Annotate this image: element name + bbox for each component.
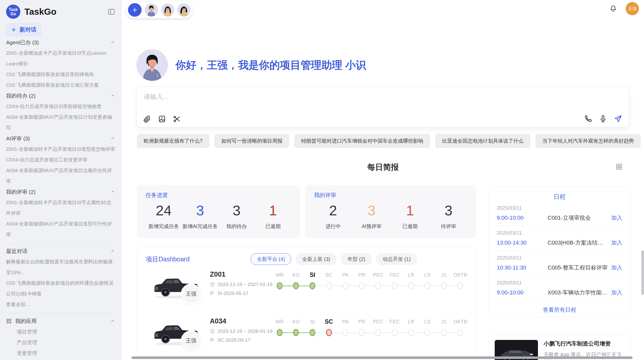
- assistant-avatar: [136, 49, 168, 81]
- chevron-up-icon[interactable]: [110, 249, 115, 254]
- plus-icon: [11, 27, 17, 33]
- suggestion-chip[interactable]: 如何写一份清晰的项目周报: [214, 134, 289, 148]
- schedule-card: 日程 2025/03/11 9:00-10:00 C001-立项审批会 加入 2…: [489, 187, 630, 317]
- image-icon[interactable]: [158, 115, 166, 123]
- list-item[interactable]: A034-全新新能源MUV产品开发项目计划变更表编写: [6, 112, 115, 133]
- join-link[interactable]: 加入: [611, 239, 622, 247]
- section-agent-done[interactable]: Agent已办 (3): [6, 37, 115, 48]
- avatar[interactable]: [161, 3, 174, 17]
- avatar[interactable]: [177, 3, 191, 17]
- schedule-title: 日程: [497, 193, 622, 201]
- schedule-time: 10:30-11:30: [497, 264, 548, 271]
- scissors-icon[interactable]: [173, 115, 181, 123]
- news-title: 小鹏飞行汽车制造公司增资: [544, 340, 624, 348]
- card-title: 我的评审: [314, 191, 468, 199]
- logo-text-top: Task: [9, 7, 18, 12]
- suggestion-chip[interactable]: 比亚迪全固态电池计划具体说了什么: [435, 134, 530, 148]
- sidebar-item-product-mgmt[interactable]: 产品管理: [6, 337, 115, 348]
- join-link[interactable]: 加入: [611, 289, 622, 296]
- sidebar-item-my-apps[interactable]: 我的应用: [6, 316, 115, 326]
- clock-icon: [210, 282, 215, 287]
- list-item[interactable]: A034-全新新能源MUV产品开发项目法规符合性评审: [6, 165, 115, 187]
- owner-badge: 王强: [181, 284, 201, 304]
- list-item[interactable]: 公司Q3轻卡销量: [6, 289, 115, 299]
- clock-icon: [210, 329, 215, 334]
- new-chat-button[interactable]: 新对话: [6, 23, 41, 36]
- suggestion-chips: 欧洲新规最近颁布了什么? 如何写一份清晰的项目周报 特朗普可能对进口汽车增税会对…: [137, 134, 630, 148]
- suggestion-chip[interactable]: 欧洲新规最近颁布了什么?: [137, 134, 209, 148]
- filter-pill[interactable]: 全新上装 (3): [296, 253, 336, 265]
- app-logo: Task Go: [6, 5, 20, 19]
- stat-pending-review: 3待评审: [429, 202, 468, 230]
- composer: [136, 87, 629, 127]
- milestone-timeline: MRKOSISCPAPRPECFECLRLSJ1OKTB: [271, 318, 469, 339]
- list-item[interactable]: C0X4-动力总成开发项目SI里程碑提交物检查: [6, 101, 115, 112]
- list-item[interactable]: Z001-全新燃油皮卡产品开发项目SI节点Lesson Learn报告: [6, 48, 115, 69]
- join-link[interactable]: 加入: [611, 264, 622, 272]
- chevron-up-icon[interactable]: [110, 136, 115, 141]
- layout-grid-icon[interactable]: [616, 163, 623, 170]
- stat-in-progress: 2进行中: [314, 202, 352, 230]
- divider: [6, 243, 115, 243]
- topbar-right: 王强: [609, 2, 639, 15]
- section-recent-chats[interactable]: 最近对话: [6, 246, 115, 257]
- schedule-date: 2025/03/11: [497, 255, 622, 261]
- avatar[interactable]: [145, 3, 158, 17]
- view-all-apps[interactable]: 查看全部...: [6, 358, 115, 360]
- user-avatar[interactable]: 王强: [626, 2, 639, 15]
- sidebar-item-project-mgmt[interactable]: 项目管理: [6, 326, 115, 337]
- new-chat-label: 新对话: [20, 26, 36, 34]
- sidebar-collapse-icon[interactable]: [108, 8, 115, 16]
- greeting-text: 你好，王强，我是你的项目管理助理 小识: [175, 58, 366, 72]
- milestone-timeline: MRKOSISCPAPRPECFECLRLSJ1OKTB: [271, 271, 469, 292]
- section-my-review[interactable]: 我的评审 (2): [6, 187, 115, 197]
- notification-bell-icon[interactable]: [609, 5, 617, 12]
- project-row[interactable]: 王强 Z001 2023-12-19 ~ 2027-01-19 SI-2025-…: [137, 269, 476, 312]
- list-item[interactable]: C02-飞腾新能源轻客改款项目里程碑画布: [6, 69, 115, 80]
- chevron-up-icon[interactable]: [110, 40, 115, 45]
- chevron-up-icon[interactable]: [110, 93, 115, 98]
- suggestion-chip[interactable]: 当下年轻人对汽车外观有怎样的喜好趋势: [535, 134, 641, 148]
- attachment-icon[interactable]: [143, 115, 151, 123]
- view-all-recent[interactable]: 查看全部...: [6, 299, 115, 310]
- chat-input[interactable]: [143, 92, 622, 109]
- schedule-date: 2025/03/11: [497, 205, 622, 211]
- section-ai-review[interactable]: AI评审 (3): [6, 133, 115, 144]
- send-icon[interactable]: [614, 114, 622, 123]
- microphone-icon[interactable]: [599, 115, 607, 123]
- divider: [6, 313, 115, 313]
- list-item[interactable]: A034-全新新能源MUV产品开发项目造型可行性评审: [6, 219, 115, 240]
- list-item[interactable]: Z001-全新燃油轻卡产品开发项目SI节点属性5D文件评审: [6, 197, 115, 219]
- view-all-schedule-link[interactable]: 查看所有日程: [497, 301, 622, 319]
- phone-icon[interactable]: [584, 115, 592, 123]
- chevron-up-icon[interactable]: [110, 319, 115, 324]
- project-name: Z001: [210, 271, 272, 278]
- project-row[interactable]: 王强 A034 2023-12-19 ~ 2026-01-19 SC-2025-…: [137, 316, 476, 358]
- sidebar-item-change-mgmt[interactable]: 变更管理: [6, 348, 115, 358]
- filter-pill[interactable]: 全新平台 (4): [251, 253, 291, 265]
- schedule-time: 9:00-10:00: [497, 215, 548, 221]
- stat-overdue: 1已逾期: [391, 202, 429, 230]
- news-card[interactable]: 小鹏飞行汽车制造公司增资 天眼查 App 显示，近日广州汇天飞行汽...: [489, 335, 630, 360]
- project-name: A034: [210, 317, 272, 325]
- horizontal-scrollbar[interactable]: [131, 356, 633, 359]
- section-my-todo[interactable]: 我的待办 (2): [6, 91, 115, 101]
- list-item[interactable]: 解释最新出台的欧盟报废车法规再生塑料比例被调至15%...: [6, 257, 115, 278]
- schedule-item: 2025/03/11 9:00-10:00 C001-立项审批会 加入: [497, 201, 622, 226]
- schedule-date: 2025/03/11: [497, 230, 622, 236]
- project-flag: SI-2025-05-17: [217, 291, 248, 296]
- chevron-up-icon[interactable]: [110, 189, 115, 194]
- suggestion-chip[interactable]: 特朗普可能对进口汽车增税会对中国车企造成哪些影响: [294, 134, 430, 148]
- add-member-button[interactable]: [128, 3, 142, 17]
- filter-pill[interactable]: 年型 (2): [341, 253, 372, 265]
- vertical-scrollbar[interactable]: [641, 250, 644, 295]
- member-pill: [126, 2, 193, 18]
- list-item[interactable]: C0X4-动力总成开发项目工程变更评审: [6, 155, 115, 165]
- list-item[interactable]: C02-飞腾新能源轻客改款项目的闭环通告反馈情况: [6, 278, 115, 289]
- list-item[interactable]: C02-飞腾新能源轻客改款项目立项汇报方案: [6, 80, 115, 91]
- filter-pill[interactable]: 动总开发 (1): [376, 253, 417, 265]
- my-review-card: 我的评审 2进行中 3AI预评审 1已逾期 3待评审: [305, 185, 476, 238]
- sidebar-sections: Agent已办 (3) Z001-全新燃油皮卡产品开发项目SI节点Lesson …: [6, 37, 115, 360]
- join-link[interactable]: 加入: [611, 214, 622, 222]
- list-item[interactable]: Z001-全新燃油轻卡产品开发项目SI造型提交物评审: [6, 144, 115, 155]
